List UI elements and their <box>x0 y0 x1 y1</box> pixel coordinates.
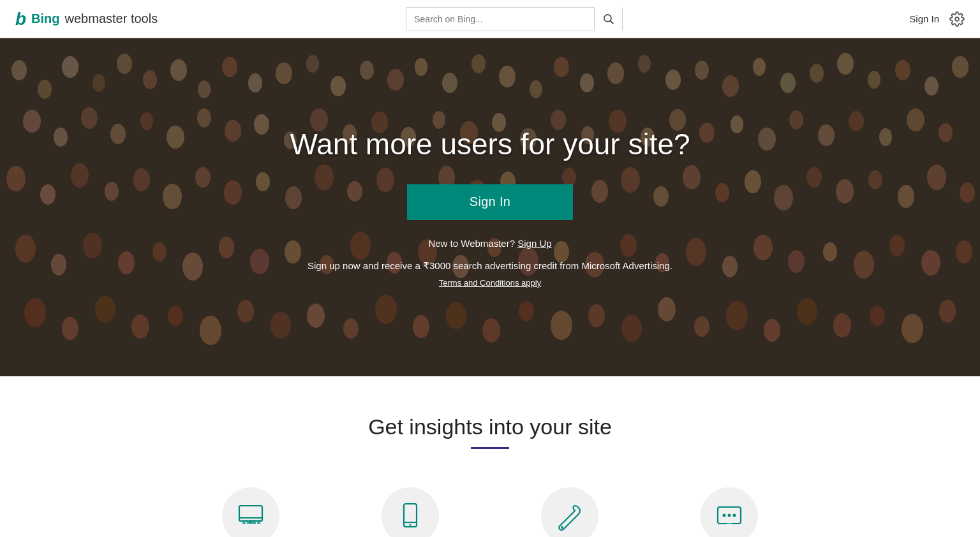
header: b Bing webmaster tools Sign In <box>0 0 980 38</box>
svg-point-179 <box>733 514 736 517</box>
hero-signin-button[interactable]: Sign In <box>407 184 573 220</box>
svg-line-1 <box>610 20 613 24</box>
svg-rect-163 <box>242 520 244 521</box>
tool-item-notifications: Notifications <box>650 481 809 537</box>
insights-underline <box>471 447 509 449</box>
search-box <box>406 7 623 31</box>
bing-logo-text: Bing <box>31 11 59 26</box>
header-right: Sign In <box>909 11 965 27</box>
search-button[interactable] <box>594 7 622 31</box>
insights-section: Get insights into your site <box>0 376 980 537</box>
chat-dots-icon <box>714 501 745 531</box>
hero-content: Want more users for your site? Sign In N… <box>290 127 690 288</box>
settings-icon[interactable] <box>949 11 965 27</box>
hero-title: Want more users for your site? <box>290 127 690 161</box>
svg-rect-159 <box>239 506 262 521</box>
tools-grid: Dashboard Reporting Tools Diagnostic <box>0 481 980 537</box>
svg-rect-166 <box>252 520 254 521</box>
notifications-icon-circle <box>701 487 758 537</box>
header-signin-link[interactable]: Sign In <box>909 13 939 24</box>
mobile-tablet-icon <box>396 501 424 531</box>
wrench-icon <box>554 501 585 531</box>
diagnostic-icon-circle <box>541 487 598 537</box>
hero-new-user-text: New to Webmaster? Sign Up <box>290 238 690 249</box>
logo-area: b Bing webmaster tools <box>15 9 158 29</box>
svg-point-177 <box>723 514 726 517</box>
search-area <box>406 7 661 31</box>
svg-rect-172 <box>404 504 417 527</box>
hero-terms-link[interactable]: Terms and Conditions apply <box>439 278 541 288</box>
dashboard-icon-circle <box>222 487 279 537</box>
tool-item-dashboard: Dashboard <box>171 481 330 537</box>
svg-point-178 <box>728 514 731 517</box>
webmaster-subtitle: webmaster tools <box>65 11 158 26</box>
svg-rect-165 <box>249 520 251 521</box>
reporting-icon-circle <box>382 487 439 537</box>
bing-logo-b: b <box>15 9 26 29</box>
insights-title: Get insights into your site <box>0 415 980 439</box>
search-icon <box>603 13 614 25</box>
svg-point-175 <box>561 526 563 529</box>
svg-point-174 <box>410 524 412 526</box>
svg-point-2 <box>955 17 959 21</box>
search-input[interactable] <box>406 14 594 24</box>
hero-signup-link[interactable]: Sign Up <box>517 238 551 249</box>
svg-rect-167 <box>255 520 257 521</box>
tool-item-diagnostic: Diagnostic Tools <box>490 481 650 537</box>
svg-rect-169 <box>242 522 246 524</box>
tool-item-reporting: Reporting Tools <box>330 481 490 537</box>
svg-rect-171 <box>257 522 260 524</box>
hero-promo-text: Sign up now and receive a ₹3000 search a… <box>290 260 690 272</box>
hero-section: Want more users for your site? Sign In N… <box>0 38 980 376</box>
svg-rect-164 <box>246 520 248 521</box>
monitor-keyboard-icon <box>235 501 266 531</box>
svg-rect-170 <box>247 522 256 524</box>
svg-rect-168 <box>258 520 260 521</box>
